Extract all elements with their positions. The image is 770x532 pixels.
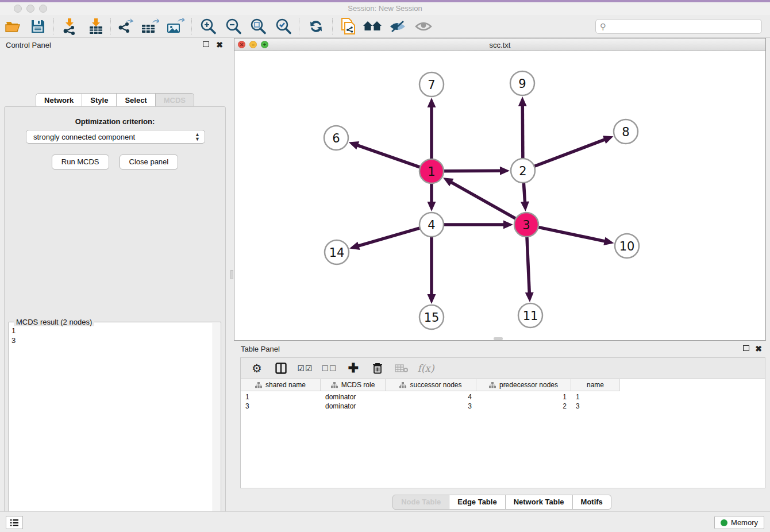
close-panel-button[interactable]: Close panel [120, 155, 179, 169]
zoom-selected-icon[interactable] [273, 17, 294, 36]
cell-shared-name[interactable]: 1 [241, 392, 321, 402]
mcds-result-box: MCDS result (2 nodes) 1 3 [9, 322, 221, 532]
table-row[interactable]: 1dominator411 [241, 392, 620, 402]
open-session-icon[interactable] [3, 17, 24, 36]
column-header-successor-nodes[interactable]: successor nodes [386, 379, 476, 391]
table-row[interactable]: 3dominator323 [241, 402, 620, 411]
network-window-titlebar[interactable]: ✕ − + scc.txt [234, 38, 765, 51]
cell-name[interactable]: 1 [571, 392, 620, 402]
edge-arrowhead [428, 202, 436, 211]
edge-3-11[interactable] [527, 237, 529, 294]
cell-shared-name[interactable]: 3 [241, 402, 321, 411]
node-label-11: 11 [523, 309, 538, 323]
network-canvas[interactable]: 7968124314101511 [234, 51, 765, 340]
edge-2-9[interactable] [522, 105, 523, 159]
edge-1-2[interactable] [444, 171, 502, 171]
control-panel-title: Control Panel [6, 41, 51, 49]
edge-arrowhead [603, 136, 614, 144]
home-icon[interactable] [362, 17, 383, 36]
edge-2-3[interactable] [523, 183, 525, 203]
tab-network-table[interactable]: Network Table [506, 495, 573, 510]
cell-MCDS-role[interactable]: dominator [321, 392, 386, 402]
save-session-icon[interactable] [28, 17, 48, 36]
task-history-icon[interactable] [6, 516, 23, 529]
edge-arrowhead [428, 98, 436, 107]
zoom-in-icon[interactable] [198, 17, 218, 36]
table-toolbar: ⚙ ☑☑ ☐☐ ✚ f(x) [240, 357, 765, 379]
edge-2-8[interactable] [534, 139, 606, 166]
result-scrollbar[interactable] [213, 323, 220, 532]
edge-arrowhead [349, 141, 360, 149]
network-graph[interactable]: 7968124314101511 [234, 51, 765, 341]
zoom-out-icon[interactable] [223, 17, 244, 36]
edge-3-1[interactable] [450, 182, 515, 219]
column-header-shared-name[interactable]: shared name [241, 379, 321, 391]
tab-node-table[interactable]: Node Table [392, 495, 449, 510]
cell-predecessor-nodes[interactable]: 2 [476, 402, 571, 411]
cell-MCDS-role[interactable]: dominator [321, 402, 386, 411]
gear-icon[interactable]: ⚙ [249, 361, 265, 376]
select-all-checkboxes-icon[interactable]: ☑☑ [297, 361, 313, 376]
network-view-window: ✕ − + scc.txt 7968124314101511 [234, 38, 766, 341]
float-panel-icon[interactable] [203, 41, 209, 48]
mcds-result-text: 1 3 [11, 326, 16, 345]
tab-motifs[interactable]: Motifs [573, 495, 611, 510]
node-label-1: 1 [428, 165, 435, 179]
node-label-4: 4 [428, 218, 435, 232]
optimization-criterion-dropdown[interactable]: strongly connected component ▲▼ [26, 130, 205, 144]
node-label-6: 6 [332, 132, 340, 145]
export-network-icon[interactable] [115, 17, 136, 36]
edge-arrowhead [428, 294, 436, 304]
node-label-14: 14 [329, 246, 345, 260]
run-mcds-button[interactable]: Run MCDS [52, 155, 109, 169]
table-tabs: Node TableEdge TableNetwork TableMotifs [234, 495, 770, 510]
memory-button[interactable]: Memory [714, 516, 764, 529]
zoom-fit-icon[interactable] [248, 17, 268, 36]
search-box: ⚲ [595, 19, 762, 34]
canvas-scrollbar-handle[interactable] [494, 337, 503, 340]
panel-splitter[interactable] [230, 38, 234, 511]
edge-arrowhead [521, 202, 529, 211]
column-header-name[interactable]: name [571, 379, 620, 391]
hide-selected-icon[interactable] [387, 17, 408, 36]
toolbar-separator [191, 18, 192, 34]
refresh-icon[interactable] [306, 17, 326, 36]
copy-icon[interactable] [338, 17, 359, 36]
tab-edge-table[interactable]: Edge Table [449, 495, 505, 510]
split-columns-icon[interactable] [273, 361, 289, 376]
node-label-9: 9 [518, 77, 526, 91]
show-all-icon[interactable] [413, 17, 434, 36]
flow-icon [489, 382, 496, 388]
node-table[interactable]: shared nameMCDS rolesuccessor nodesprede… [240, 379, 765, 488]
optimization-criterion-label: Optimization criterion: [5, 117, 225, 126]
edge-4-14[interactable] [357, 228, 420, 246]
memory-label: Memory [731, 518, 758, 527]
search-input[interactable] [611, 20, 757, 33]
edge-arrowhead [525, 292, 534, 302]
edge-arrowhead [349, 242, 360, 250]
delete-column-icon[interactable] [369, 361, 386, 376]
float-table-panel-icon[interactable] [743, 345, 749, 352]
table-panel: Table Panel ✖ ⚙ ☑☑ ☐☐ ✚ f(x) shared name… [234, 342, 770, 511]
titlebar: Session: New Session [0, 2, 770, 15]
cell-successor-nodes[interactable]: 3 [386, 402, 476, 411]
column-header-MCDS-role[interactable]: MCDS role [321, 379, 386, 391]
cell-name[interactable]: 3 [571, 402, 620, 411]
import-table-icon[interactable] [85, 17, 106, 36]
cell-predecessor-nodes[interactable]: 1 [476, 392, 571, 402]
flow-icon [331, 382, 338, 388]
clear-checkboxes-icon[interactable]: ☐☐ [321, 361, 337, 376]
import-network-icon[interactable] [59, 17, 79, 36]
cell-successor-nodes[interactable]: 4 [386, 392, 476, 402]
function-builder-icon: f(x) [418, 361, 434, 376]
close-panel-icon[interactable]: ✖ [216, 41, 223, 48]
export-table-icon[interactable] [140, 17, 160, 36]
edge-1-6[interactable] [356, 145, 420, 167]
network-view-title: scc.txt [234, 41, 765, 49]
close-table-panel-icon[interactable]: ✖ [755, 345, 762, 352]
column-header-predecessor-nodes[interactable]: predecessor nodes [476, 379, 571, 391]
export-image-icon[interactable] [165, 17, 186, 36]
edge-3-10[interactable] [538, 227, 606, 241]
application-window: Session: New Session [0, 0, 770, 532]
add-column-icon[interactable]: ✚ [345, 361, 361, 376]
